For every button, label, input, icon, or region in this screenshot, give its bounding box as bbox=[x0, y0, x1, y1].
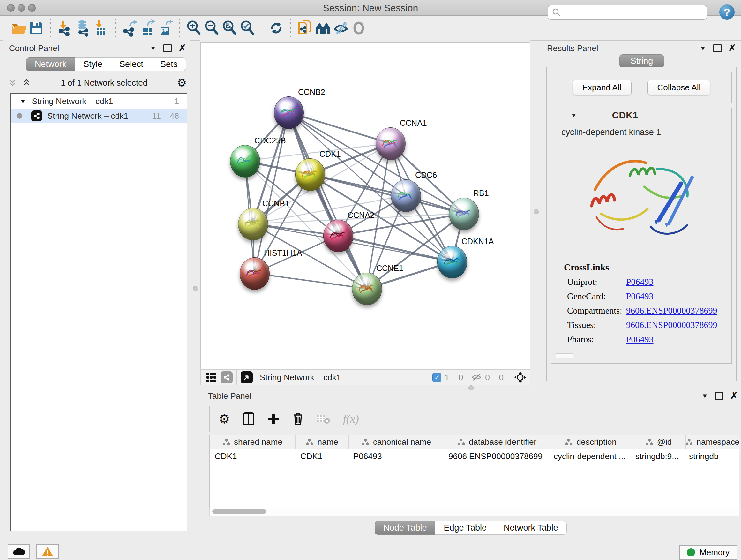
control-panel-close-icon[interactable]: ✗ bbox=[179, 45, 186, 51]
column-header-database-identifier[interactable]: database identifier bbox=[444, 435, 550, 449]
node-HIST1H1A[interactable] bbox=[240, 257, 270, 290]
cloud-status-button[interactable] bbox=[8, 544, 30, 559]
node-CDC6[interactable] bbox=[391, 179, 421, 212]
import-table-file-icon[interactable] bbox=[92, 19, 110, 37]
column-header-name[interactable]: name bbox=[295, 435, 349, 449]
zoom-out-icon[interactable] bbox=[203, 19, 221, 37]
memory-button[interactable]: Memory bbox=[679, 545, 737, 560]
horizontal-splitter[interactable] bbox=[200, 385, 741, 391]
collapse-all-networks-icon[interactable] bbox=[8, 78, 17, 87]
column-header-shared-name[interactable]: shared name bbox=[210, 435, 295, 449]
collapse-all-button[interactable]: Collapse All bbox=[648, 80, 711, 96]
node-CCNE1[interactable] bbox=[352, 273, 382, 305]
create-column-plus-icon[interactable] bbox=[267, 413, 280, 425]
left-splitter-handle[interactable] bbox=[193, 286, 198, 291]
table-options-gear-icon[interactable]: ⚙ bbox=[219, 412, 230, 426]
export-table-icon[interactable] bbox=[138, 19, 156, 37]
zoom-selected-icon[interactable] bbox=[239, 19, 257, 37]
crosslink-link[interactable]: P06493 bbox=[626, 291, 654, 301]
crosslink-link[interactable]: 9606.ENSP00000378699 bbox=[626, 320, 717, 330]
node-CDC25B[interactable] bbox=[230, 145, 260, 178]
edge-CDK1-RB1[interactable] bbox=[310, 174, 464, 213]
right-splitter-handle[interactable] bbox=[534, 209, 539, 214]
node-CCNB2[interactable] bbox=[274, 97, 304, 129]
node-CCNB1[interactable] bbox=[238, 208, 268, 240]
column-header-description[interactable]: description bbox=[550, 435, 632, 449]
crosslink-link[interactable]: P06493 bbox=[626, 334, 654, 345]
tab-node-table[interactable]: Node Table bbox=[375, 521, 435, 535]
scrollbar-thumb[interactable] bbox=[212, 509, 266, 514]
table-cell[interactable]: 9606.ENSP00000378699 bbox=[443, 451, 549, 461]
table-horizontal-scrollbar[interactable] bbox=[209, 508, 739, 516]
tree-expand-caret-icon[interactable]: ▼ bbox=[20, 98, 26, 105]
gene-section-header[interactable]: ▼ CDK1 bbox=[551, 108, 731, 123]
zoom-in-icon[interactable] bbox=[185, 19, 203, 37]
table-row[interactable]: CDK1CDK1P064939606.ENSP00000378699cyclin… bbox=[210, 449, 739, 463]
tab-network[interactable]: Network bbox=[26, 57, 75, 71]
crosslink-link[interactable]: 9606.ENSP00000378699 bbox=[626, 306, 717, 316]
expand-all-networks-icon[interactable] bbox=[22, 78, 31, 87]
control-panel-menu-icon[interactable]: ▼ bbox=[150, 45, 156, 52]
tab-network-table[interactable]: Network Table bbox=[495, 521, 567, 535]
node-CCNA2[interactable] bbox=[323, 220, 353, 252]
gene-collapse-caret-icon[interactable]: ▼ bbox=[570, 112, 577, 119]
edge-CCNB2-CCNA1[interactable] bbox=[288, 112, 390, 143]
node-RB1[interactable] bbox=[449, 198, 479, 230]
network-canvas[interactable]: CCNB2CCNA1CDC25BCDK1CDC6RB1CCNB1CCNA2CDK… bbox=[200, 43, 530, 369]
network-collection-row[interactable]: ▼ String Network – cdk1 1 bbox=[11, 94, 187, 109]
save-session-icon[interactable] bbox=[27, 19, 45, 37]
warning-status-button[interactable] bbox=[37, 544, 59, 559]
selected-nodes-checkbox-icon[interactable]: ✓ bbox=[432, 373, 441, 382]
edge-CCNB2-CCNE1[interactable] bbox=[288, 112, 367, 289]
control-panel-float-icon[interactable] bbox=[163, 44, 172, 52]
column-header-canonical-name[interactable]: canonical name bbox=[349, 435, 444, 449]
table-panel-close-icon[interactable]: ✗ bbox=[731, 393, 738, 399]
function-builder-icon[interactable]: f(x) bbox=[343, 412, 359, 426]
results-panel-close-icon[interactable]: ✗ bbox=[729, 45, 736, 51]
refresh-view-icon[interactable] bbox=[267, 19, 285, 37]
export-network-icon[interactable] bbox=[121, 19, 138, 37]
import-network-file-icon[interactable] bbox=[56, 19, 74, 37]
search-box[interactable] bbox=[548, 5, 707, 20]
clone-network-icon[interactable] bbox=[296, 19, 314, 37]
zoom-fit-icon[interactable] bbox=[221, 19, 239, 37]
first-neighbors-icon[interactable] bbox=[314, 19, 332, 37]
column-header-namespace[interactable]: namespace bbox=[686, 435, 739, 449]
results-panel-menu-icon[interactable]: ▼ bbox=[700, 45, 706, 52]
table-cell[interactable]: stringdb bbox=[684, 451, 738, 461]
tab-select[interactable]: Select bbox=[111, 57, 152, 71]
tab-string[interactable]: String bbox=[619, 54, 664, 68]
column-header-@id[interactable]: @id bbox=[632, 435, 686, 449]
import-network-database-icon[interactable] bbox=[74, 19, 92, 37]
table-cell[interactable]: CDK1 bbox=[210, 451, 295, 461]
table-cell[interactable]: P06493 bbox=[348, 451, 443, 461]
node-CDKN1A[interactable] bbox=[437, 246, 467, 278]
node-CCNA1[interactable] bbox=[376, 127, 406, 160]
show-all-icon[interactable] bbox=[350, 19, 367, 37]
tab-edge-table[interactable]: Edge Table bbox=[435, 521, 495, 535]
grid-view-icon[interactable] bbox=[206, 373, 216, 382]
table-panel-menu-icon[interactable]: ▼ bbox=[702, 392, 708, 400]
network-share-view-icon[interactable] bbox=[220, 371, 232, 383]
delete-table-icon[interactable] bbox=[316, 413, 331, 425]
table-cell[interactable]: CDK1 bbox=[295, 451, 348, 461]
hide-selected-icon[interactable] bbox=[332, 19, 350, 37]
crosslink-link[interactable]: P06493 bbox=[626, 277, 654, 287]
export-image-icon[interactable] bbox=[156, 19, 174, 37]
node-CDK1[interactable] bbox=[295, 159, 325, 191]
table-cell[interactable]: stringdb:9... bbox=[630, 451, 684, 461]
search-input[interactable] bbox=[564, 6, 707, 19]
results-panel-float-icon[interactable] bbox=[713, 44, 722, 52]
hidden-eye-icon[interactable] bbox=[471, 373, 482, 381]
results-mini-scrollbar[interactable] bbox=[556, 354, 573, 358]
birdseye-crosshair-icon[interactable] bbox=[514, 371, 526, 383]
edge-HIST1H1A-CCNE1[interactable] bbox=[254, 273, 367, 289]
delete-column-trash-icon[interactable] bbox=[292, 412, 304, 426]
network-options-gear-icon[interactable]: ⚙ bbox=[177, 76, 187, 89]
detach-view-icon[interactable] bbox=[241, 371, 253, 383]
edge-CCNA2-CDKN1A[interactable] bbox=[338, 236, 452, 262]
tab-style[interactable]: Style bbox=[75, 57, 111, 71]
horizontal-splitter-handle[interactable] bbox=[468, 385, 474, 390]
table-cell[interactable]: cyclin-dependent ... bbox=[549, 451, 630, 461]
open-session-icon[interactable] bbox=[10, 19, 27, 37]
